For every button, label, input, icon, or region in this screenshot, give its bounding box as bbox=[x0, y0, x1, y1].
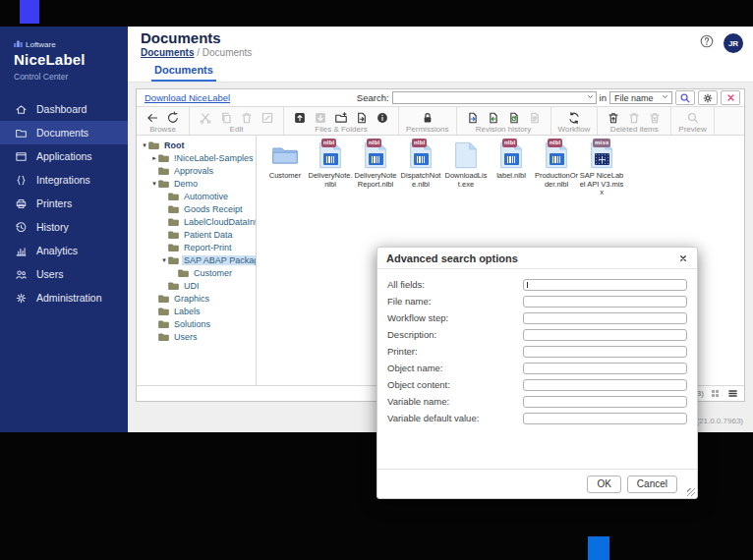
field-input-file-name[interactable] bbox=[523, 296, 687, 308]
check-in-button[interactable] bbox=[485, 110, 502, 125]
grid-view-icon[interactable] bbox=[708, 388, 722, 400]
tree-item-graphics[interactable]: Graphics bbox=[139, 292, 256, 305]
tree-item-patient-data[interactable]: Patient Data bbox=[139, 228, 256, 241]
new-folder-button[interactable] bbox=[332, 110, 350, 125]
tree-item-label: Graphics bbox=[172, 294, 211, 304]
dialog-field-row: Workflow step: bbox=[387, 309, 687, 326]
tree-item-automotive[interactable]: Automotive bbox=[139, 190, 256, 202]
sidebar-item-documents[interactable]: Documents bbox=[0, 121, 128, 144]
move-file-button[interactable] bbox=[353, 110, 371, 125]
show-deleted-button[interactable] bbox=[605, 110, 622, 125]
upload-file-button[interactable] bbox=[291, 110, 309, 125]
sidebar-item-dashboard[interactable]: Dashboard bbox=[0, 97, 128, 121]
sidebar-item-applications[interactable]: Applications bbox=[0, 144, 128, 168]
tree-expand-icon[interactable]: ▸ bbox=[150, 154, 158, 162]
sidebar-item-analytics[interactable]: Analytics bbox=[0, 239, 128, 262]
tree-expand-icon[interactable]: ▾ bbox=[150, 180, 158, 188]
ribbon-group-deleted-items: Deleted items bbox=[598, 107, 671, 135]
tree-item-goods-receipt[interactable]: Goods Receipt bbox=[139, 202, 256, 215]
cut-button[interactable] bbox=[197, 110, 214, 125]
page-title: Documents bbox=[141, 29, 221, 46]
tree-item-approvals[interactable]: Approvals bbox=[139, 164, 256, 177]
tree-item-udi[interactable]: UDI bbox=[139, 279, 256, 292]
permissions-lock-button[interactable] bbox=[419, 110, 436, 125]
tree-item-labelclouddataintegration[interactable]: LabelCloudDataIntegration bbox=[139, 215, 256, 228]
revision-log-button[interactable] bbox=[526, 110, 544, 125]
back-button[interactable] bbox=[144, 110, 161, 125]
clear-search-button[interactable] bbox=[721, 90, 740, 105]
tree-item-root[interactable]: ▾Root bbox=[139, 139, 256, 151]
ribbon-group-workflow: Workflow bbox=[551, 107, 599, 135]
file-item-label-nlbl[interactable]: nlbllabel.nlbl bbox=[489, 140, 534, 197]
resize-grip-icon[interactable] bbox=[687, 488, 695, 496]
field-input-variable-default-value[interactable] bbox=[523, 413, 687, 424]
download-nicelabel-link[interactable]: Download NiceLabel bbox=[145, 92, 230, 103]
tree-item-label: Demo bbox=[172, 179, 200, 189]
folder-icon bbox=[158, 153, 169, 163]
tab-documents[interactable]: Documents bbox=[151, 64, 216, 82]
file-icon bbox=[451, 140, 481, 170]
field-input-object-name[interactable] bbox=[523, 363, 687, 374]
search-settings-button[interactable] bbox=[698, 90, 718, 105]
download-file-button[interactable] bbox=[312, 110, 329, 125]
ribbon-group-browse: Browse bbox=[137, 107, 190, 135]
file-icon: nlbl bbox=[496, 140, 526, 170]
file-item-deliverynote-nlbl[interactable]: nlblDeliveryNote.nlbl bbox=[308, 140, 353, 197]
search-button[interactable] bbox=[675, 90, 695, 105]
file-icon: misx bbox=[587, 140, 616, 170]
sidebar-item-users[interactable]: Users bbox=[0, 262, 128, 286]
avatar[interactable]: JR bbox=[724, 33, 743, 53]
help-icon[interactable] bbox=[699, 33, 715, 53]
tree-item-sap-abap-package[interactable]: ▾SAP ABAP Package bbox=[139, 253, 256, 266]
sidebar-nav: DashboardDocumentsApplicationsIntegratio… bbox=[0, 97, 128, 309]
tree-item-labels[interactable]: Labels bbox=[139, 305, 256, 317]
tree-item-solutions[interactable]: Solutions bbox=[139, 317, 256, 330]
copy-button[interactable] bbox=[217, 110, 235, 125]
workflow-button[interactable] bbox=[565, 110, 583, 125]
sidebar-item-integrations[interactable]: Integrations bbox=[0, 168, 128, 192]
search-input[interactable] bbox=[392, 91, 597, 104]
tree-item-report-print[interactable]: Report-Print bbox=[139, 241, 256, 253]
ok-button[interactable]: OK bbox=[587, 476, 620, 493]
breadcrumb-link[interactable]: Documents bbox=[141, 47, 194, 58]
sidebar-item-label: Documents bbox=[36, 127, 88, 139]
refresh-button[interactable] bbox=[164, 110, 182, 125]
file-item-customer[interactable]: Customer bbox=[262, 140, 308, 197]
dialog-field-row: All fields: bbox=[387, 276, 687, 293]
field-input-all-fields[interactable] bbox=[523, 279, 687, 291]
field-input-workflow-step[interactable] bbox=[523, 312, 687, 324]
field-input-printer[interactable] bbox=[523, 346, 687, 358]
undo-check-out-button[interactable] bbox=[505, 110, 523, 125]
close-icon[interactable] bbox=[678, 253, 688, 263]
file-item-deliverynotereport-nlbl[interactable]: nlblDeliveryNoteReport.nlbl bbox=[353, 140, 398, 197]
cancel-button[interactable]: Cancel bbox=[627, 476, 677, 493]
purge-button[interactable] bbox=[646, 110, 664, 125]
tree-item-users[interactable]: Users bbox=[139, 330, 256, 343]
tree-item-customer[interactable]: Customer bbox=[139, 266, 256, 279]
tree-item-demo[interactable]: ▾Demo bbox=[139, 177, 256, 190]
preview-button[interactable] bbox=[684, 110, 702, 125]
tree-item-nicelabel-samples[interactable]: ▸!NiceLabel-Samples bbox=[139, 151, 256, 164]
list-view-icon[interactable] bbox=[725, 388, 739, 400]
file-item-productionorder-nlbl[interactable]: nlblProductionOrder.nlbl bbox=[534, 140, 579, 197]
restore-button[interactable] bbox=[625, 110, 643, 125]
dialog-field-row: Variable default value: bbox=[387, 410, 687, 426]
file-item-sap-nicelabel-api-v3-misx[interactable]: misxSAP NiceLabel API V3.misx bbox=[579, 140, 624, 197]
ribbon-group-label: Permissions bbox=[406, 125, 449, 134]
sidebar-item-administration[interactable]: Administration bbox=[0, 286, 128, 309]
field-input-object-content[interactable] bbox=[523, 379, 687, 391]
field-input-description[interactable] bbox=[523, 329, 687, 341]
sidebar-item-history[interactable]: History bbox=[0, 215, 128, 239]
search-scope-select[interactable]: File name bbox=[609, 91, 672, 104]
delete-button[interactable] bbox=[238, 110, 256, 125]
edit-button[interactable] bbox=[259, 110, 276, 125]
check-out-button[interactable] bbox=[464, 110, 482, 125]
tree-expand-icon[interactable]: ▾ bbox=[141, 141, 148, 149]
field-input-variable-name[interactable] bbox=[523, 396, 687, 408]
sidebar-item-printers[interactable]: Printers bbox=[0, 192, 128, 215]
file-item-dispatchnote-nlbl[interactable]: nlblDispatchNote.nlbl bbox=[398, 140, 443, 197]
folder-icon bbox=[158, 179, 169, 189]
file-info-button[interactable] bbox=[374, 110, 391, 125]
tree-expand-icon[interactable]: ▾ bbox=[160, 256, 168, 264]
file-item-downloadlist-exe[interactable]: DownloadList.exe bbox=[443, 140, 489, 197]
